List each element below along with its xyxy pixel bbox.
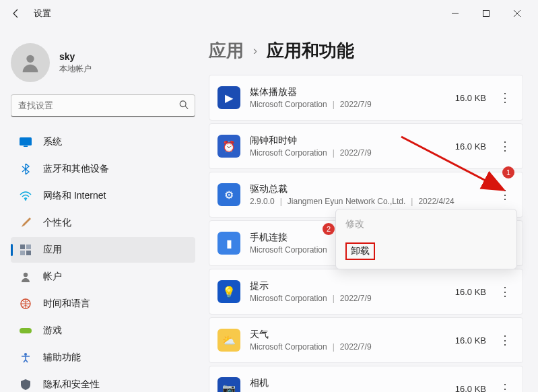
breadcrumb: 应用 › 应用和功能 <box>209 39 523 63</box>
svg-point-10 <box>24 273 28 277</box>
menu-item-uninstall[interactable]: 卸载 <box>339 236 514 266</box>
app-card[interactable]: 💡 提示 Microsoft Corporation|2022/7/9 16.0… <box>209 269 523 315</box>
uninstall-highlight: 卸载 <box>345 242 375 260</box>
page-title: 应用和功能 <box>267 39 354 63</box>
sidebar-item-label: 帐户 <box>43 271 62 283</box>
sidebar-item-label: 个性化 <box>43 217 71 229</box>
sidebar-item-network[interactable]: 网络和 Internet <box>11 183 195 209</box>
svg-rect-9 <box>26 251 31 255</box>
app-card[interactable]: ⏰ 闹钟和时钟 Microsoft Corporation|2022/7/9 1… <box>209 123 523 169</box>
svg-point-2 <box>180 101 186 107</box>
sidebar-item-privacy[interactable]: 隐私和安全性 <box>11 372 195 392</box>
svg-rect-0 <box>483 11 490 17</box>
sidebar-item-label: 网络和 Internet <box>43 190 106 202</box>
app-icon: ▮ <box>217 232 240 255</box>
window-title: 设置 <box>34 7 51 20</box>
shield-icon <box>19 378 32 391</box>
app-meta: 2.9.0.0|Jiangmen Eyun Network Co.,Ltd.|2… <box>250 197 486 206</box>
sidebar-item-label: 应用 <box>43 244 62 256</box>
nav: 系统 蓝牙和其他设备 网络和 Internet 个性化 应用 帐户 <box>11 129 195 392</box>
sidebar-item-label: 时间和语言 <box>43 298 90 310</box>
more-options-button[interactable]: ⋮ <box>496 379 514 392</box>
apps-icon <box>19 243 32 257</box>
sidebar-item-label: 系统 <box>43 136 62 148</box>
app-size: 16.0 KB <box>455 93 486 103</box>
app-size: 16.0 KB <box>455 384 486 393</box>
app-name: 驱动总裁 <box>250 183 486 195</box>
search-wrap <box>11 94 195 117</box>
sidebar-item-gaming[interactable]: 游戏 <box>11 318 195 344</box>
avatar <box>11 43 50 82</box>
app-meta: Microsoft Corporation|2022/7/9 <box>250 100 455 109</box>
app-icon: ⚙ <box>217 183 240 206</box>
more-options-button[interactable]: ⋮ <box>496 185 514 204</box>
menu-item-modify: 修改 <box>339 212 514 236</box>
search-input[interactable] <box>11 94 195 117</box>
svg-rect-8 <box>20 251 25 255</box>
sidebar-item-label: 蓝牙和其他设备 <box>43 163 109 175</box>
sidebar-item-label: 辅助功能 <box>43 352 81 364</box>
app-size: 16.0 KB <box>455 141 486 152</box>
minimize-button[interactable] <box>440 3 471 24</box>
titlebar: 设置 <box>0 0 538 27</box>
svg-rect-3 <box>20 137 32 145</box>
user-name: sky <box>59 51 92 62</box>
accessibility-icon <box>19 351 32 364</box>
app-icon: ▶ <box>217 86 240 109</box>
app-card[interactable]: 📷 相机 Microsoft Corporation|2022/7/9 16.0… <box>209 366 523 392</box>
sidebar-item-label: 游戏 <box>43 325 62 337</box>
sidebar-item-personalization[interactable]: 个性化 <box>11 210 195 236</box>
app-size: 16.0 KB <box>455 287 486 297</box>
more-options-button[interactable]: ⋮ <box>496 282 514 301</box>
app-icon: ⛅ <box>217 329 240 352</box>
breadcrumb-root[interactable]: 应用 <box>209 39 244 63</box>
gamepad-icon <box>19 324 32 337</box>
account-type: 本地帐户 <box>59 63 92 75</box>
annotation-badge-1: 1 <box>502 166 514 178</box>
app-size: 16.0 KB <box>455 335 486 346</box>
system-icon <box>19 135 32 149</box>
profile[interactable]: sky 本地帐户 <box>11 39 195 94</box>
app-name: 相机 <box>250 377 455 389</box>
app-meta: Microsoft Corporation|2022/7/9 <box>250 294 455 303</box>
app-card[interactable]: ▶ 媒体播放器 Microsoft Corporation|2022/7/9 1… <box>209 75 523 121</box>
sidebar-item-account[interactable]: 帐户 <box>11 264 195 290</box>
app-meta: Microsoft Corporation|2022/7/9 <box>250 148 455 158</box>
maximize-button[interactable] <box>471 3 502 24</box>
chevron-right-icon: › <box>253 44 257 58</box>
sidebar-item-label: 隐私和安全性 <box>43 379 100 391</box>
app-icon: 📷 <box>217 377 240 392</box>
more-options-button[interactable]: ⋮ <box>496 137 514 156</box>
context-menu: 修改 卸载 <box>335 209 517 269</box>
more-options-button[interactable]: ⋮ <box>496 88 514 107</box>
sidebar: sky 本地帐户 系统 蓝牙和其他设备 网络和 Internet <box>0 27 202 392</box>
sidebar-item-accessibility[interactable]: 辅助功能 <box>11 345 195 370</box>
svg-rect-6 <box>20 244 25 249</box>
more-options-button[interactable]: ⋮ <box>496 331 514 350</box>
app-name: 天气 <box>250 329 455 341</box>
sidebar-item-system[interactable]: 系统 <box>11 129 195 155</box>
globe-icon <box>19 297 32 311</box>
sidebar-item-time-lang[interactable]: 时间和语言 <box>11 291 195 317</box>
svg-point-1 <box>26 55 34 63</box>
app-icon: 💡 <box>217 280 240 303</box>
app-meta: Microsoft Corporation|2022/7/9 <box>250 342 455 352</box>
wifi-icon <box>19 189 32 203</box>
back-button[interactable] <box>5 3 27 24</box>
svg-point-13 <box>24 353 27 356</box>
app-name: 闹钟和时钟 <box>250 135 455 147</box>
svg-rect-4 <box>24 146 28 148</box>
search-icon <box>179 100 189 112</box>
app-icon: ⏰ <box>217 135 240 158</box>
close-button[interactable] <box>502 3 533 24</box>
bluetooth-icon <box>19 162 32 176</box>
app-card[interactable]: ⛅ 天气 Microsoft Corporation|2022/7/9 16.0… <box>209 317 523 363</box>
annotation-badge-2: 2 <box>323 223 335 235</box>
window-controls <box>440 3 533 24</box>
person-icon <box>19 270 32 284</box>
svg-rect-7 <box>26 244 31 249</box>
svg-point-5 <box>25 199 27 201</box>
app-name: 媒体播放器 <box>250 86 455 98</box>
sidebar-item-apps[interactable]: 应用 <box>11 237 195 263</box>
sidebar-item-bluetooth[interactable]: 蓝牙和其他设备 <box>11 156 195 182</box>
